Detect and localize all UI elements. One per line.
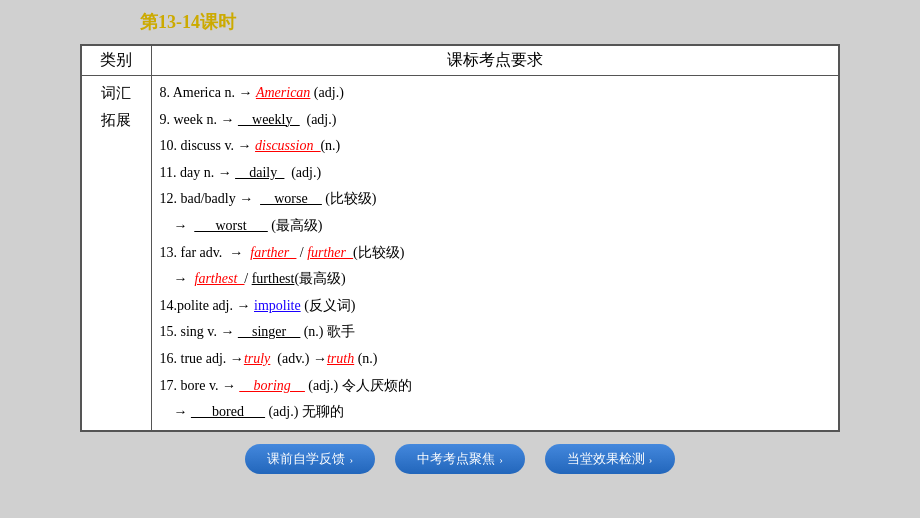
col2-header: 课标考点要求 — [151, 45, 839, 76]
row-10-word: discussion_ — [255, 138, 320, 153]
btn-preview-arrow: › — [349, 453, 353, 465]
row-12a-word: __worse__ — [260, 191, 321, 206]
row-14-suffix: (反义词) — [301, 298, 356, 313]
row-16-mid: (adv.) → — [270, 351, 327, 366]
row-15-suffix: (n.) 歌手 — [300, 324, 355, 339]
row-15: 15. sing v. → __singer__ (n.) 歌手 — [160, 319, 831, 346]
row-17b-suffix: (adj.) 无聊的 — [265, 404, 344, 419]
row-11-suffix: (adj.) — [284, 165, 321, 180]
row-9-word: __weekly_ — [238, 112, 299, 127]
row-13b-suffix: (最高级) — [294, 271, 345, 286]
btn-focus-arrow: › — [499, 453, 503, 465]
row-17a-text: 17. bore v. → — [160, 378, 240, 393]
row-13a-word2: further_ — [307, 245, 353, 260]
btn-check-arrow: › — [649, 453, 653, 465]
row-13a: 13. far adv. → farther_ / further_(比较级) — [160, 240, 831, 267]
row-10-suffix: (n.) — [320, 138, 340, 153]
page-title: 第13-14课时 — [140, 10, 236, 34]
row-13b-sep: / — [244, 271, 251, 286]
row-17a-suffix: (adj.) 令人厌烦的 — [305, 378, 412, 393]
row-12a-text: 12. bad/badly → — [160, 191, 261, 206]
row-13b-arrow: → — [160, 271, 195, 286]
row-11-text: 11. day n. → — [160, 165, 236, 180]
btn-focus[interactable]: 中考考点聚焦 › — [395, 444, 525, 474]
category-cell: 词汇拓展 — [81, 76, 151, 431]
row-11: 11. day n. → __daily_ (adj.) — [160, 160, 831, 187]
btn-focus-label: 中考考点聚焦 — [417, 450, 495, 468]
row-12b-arrow: → — [160, 218, 195, 233]
page-container: 第13-14课时 类别 课标考点要求 词汇拓展 8. America n. → … — [0, 0, 920, 518]
row-13b-word1: farthest_ — [195, 271, 245, 286]
row-17a-word: __boring__ — [239, 378, 304, 393]
row-12a: 12. bad/badly → __worse__ (比较级) — [160, 186, 831, 213]
row-13a-suffix: (比较级) — [353, 245, 404, 260]
row-16: 16. true adj. →truly (adv.) →truth (n.) — [160, 346, 831, 373]
row-13a-sep: / — [296, 245, 307, 260]
row-13a-text: 13. far adv. → — [160, 245, 251, 260]
row-9: 9. week n. → __weekly_ (adj.) — [160, 107, 831, 134]
row-8: 8. America n. → American (adj.) — [160, 80, 831, 107]
vocabulary-table: 类别 课标考点要求 词汇拓展 8. America n. → American … — [80, 44, 840, 432]
row-14-word: impolite — [254, 298, 301, 313]
row-15-text: 15. sing v. → — [160, 324, 238, 339]
row-12b-suffix: (最高级) — [268, 218, 323, 233]
row-17b-word: ___bored___ — [191, 404, 265, 419]
row-13a-word1: farther_ — [250, 245, 296, 260]
btn-check-label: 当堂效果检测 — [567, 450, 645, 468]
row-14-text: 14.polite adj. → — [160, 298, 255, 313]
col1-header: 类别 — [81, 45, 151, 76]
row-11-word: __daily_ — [235, 165, 284, 180]
table-row-main: 词汇拓展 8. America n. → American (adj.) 9. … — [81, 76, 839, 431]
row-15-word: __singer__ — [238, 324, 300, 339]
row-17b-arrow: → — [160, 404, 192, 419]
row-8-text: 8. America n. → — [160, 85, 256, 100]
row-17a: 17. bore v. → __boring__ (adj.) 令人厌烦的 — [160, 373, 831, 400]
btn-check[interactable]: 当堂效果检测 › — [545, 444, 675, 474]
row-8-word: American — [256, 85, 310, 100]
row-10-text: 10. discuss v. → — [160, 138, 256, 153]
row-13b-word2: furthest — [252, 271, 295, 286]
row-12b: → ___worst___ (最高级) — [160, 213, 831, 240]
row-8-suffix: (adj.) — [310, 85, 343, 100]
row-10: 10. discuss v. → discussion_(n.) — [160, 133, 831, 160]
row-9-text: 9. week n. → — [160, 112, 239, 127]
row-12b-word: ___worst___ — [195, 218, 268, 233]
row-9-suffix: (adj.) — [299, 112, 336, 127]
row-16-text: 16. true adj. → — [160, 351, 244, 366]
row-16-word1: truly — [244, 351, 270, 366]
row-17b: → ___bored___ (adj.) 无聊的 — [160, 399, 831, 426]
row-16-word2: truth — [327, 351, 354, 366]
btn-preview[interactable]: 课前自学反馈 › — [245, 444, 375, 474]
bottom-buttons: 课前自学反馈 › 中考考点聚焦 › 当堂效果检测 › — [245, 444, 674, 474]
btn-preview-label: 课前自学反馈 — [267, 450, 345, 468]
row-12a-suffix: (比较级) — [322, 191, 377, 206]
row-16-suffix2: (n.) — [354, 351, 377, 366]
content-cell: 8. America n. → American (adj.) 9. week … — [151, 76, 839, 431]
row-13b: → farthest_/ furthest(最高级) — [160, 266, 831, 293]
row-14: 14.polite adj. → impolite (反义词) — [160, 293, 831, 320]
